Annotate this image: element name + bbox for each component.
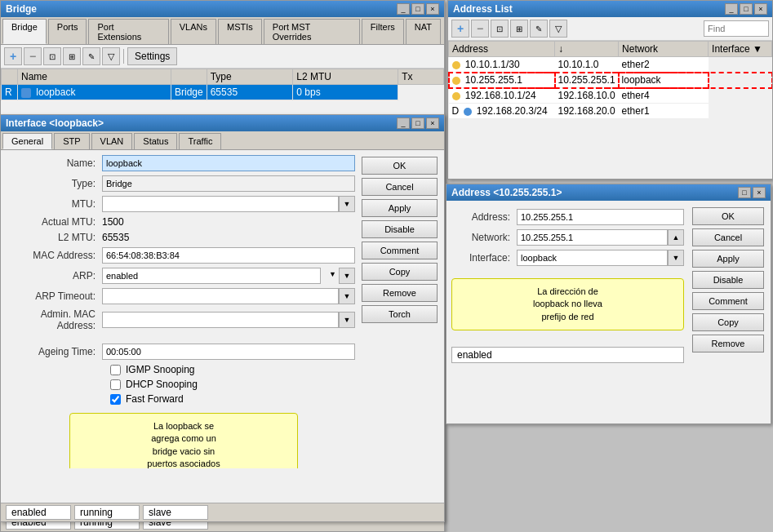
copy-button[interactable]: Copy	[362, 263, 438, 281]
addr-list-close-button[interactable]: ×	[754, 3, 767, 15]
bridge-paste-button[interactable]: ⊞	[63, 47, 81, 65]
tab-ports[interactable]: Ports	[48, 19, 87, 44]
mtu-dropdown-button[interactable]: ▼	[339, 196, 355, 212]
bridge-close-button[interactable]: ×	[426, 3, 439, 15]
table-row[interactable]: D 192.168.20.3/24 192.168.20.0 ether1	[449, 104, 772, 119]
tab-stp[interactable]: STP	[54, 133, 89, 149]
col-name[interactable]: Name	[18, 69, 171, 85]
admin-mac-dropdown-button[interactable]: ▼	[339, 312, 355, 328]
addr-col-interface[interactable]: Interface ▼	[709, 42, 772, 57]
addr-copy-icon-button[interactable]: ⊡	[491, 20, 509, 38]
cancel-button[interactable]: Cancel	[362, 178, 438, 196]
table-row[interactable]: 10.10.1.1/30 10.10.1.0 ether2	[449, 57, 772, 73]
tab-nat[interactable]: NAT	[406, 19, 441, 44]
addr-flag-d: D	[452, 105, 460, 117]
col-tx[interactable]: Tx	[398, 69, 444, 85]
address-list-table: Address ↓ Network Interface ▼ 10.10.1.1/…	[448, 41, 772, 119]
bridge-edit-button[interactable]: ✎	[82, 47, 100, 65]
detail-apply-button[interactable]: Apply	[692, 250, 764, 268]
detail-copy-button[interactable]: Copy	[692, 313, 764, 331]
dhcp-checkbox[interactable]	[110, 379, 121, 390]
detail-network-dropdown-button[interactable]: ▲	[668, 229, 684, 246]
detail-address-input[interactable]	[517, 209, 684, 225]
tab-mstis[interactable]: MSTIs	[218, 19, 262, 44]
bridge-icon	[21, 88, 31, 98]
mac-input[interactable]	[102, 247, 355, 264]
tab-port-extensions[interactable]: Port Extensions	[88, 19, 168, 44]
bridge-title: Bridge	[6, 3, 37, 15]
addr-col-sort[interactable]: ↓	[555, 42, 619, 57]
detail-interface-input[interactable]	[517, 250, 668, 266]
addr-icon-1	[452, 61, 460, 69]
detail-cancel-button[interactable]: Cancel	[692, 228, 764, 246]
bridge-maximize-button[interactable]: □	[411, 3, 424, 15]
detail-form-row-interface: Interface: ▼	[451, 250, 684, 266]
addr-col-network[interactable]: Network	[619, 42, 709, 57]
remove-button[interactable]: Remove	[362, 284, 438, 302]
arp-timeout-input[interactable]	[102, 288, 339, 304]
tab-bridge[interactable]: Bridge	[2, 19, 47, 44]
bridge-add-button[interactable]: +	[4, 47, 22, 65]
addr-remove-button[interactable]: −	[471, 20, 489, 38]
detail-network-input[interactable]	[517, 229, 668, 246]
comment-button[interactable]: Comment	[362, 242, 438, 259]
addr-list-minimize-button[interactable]: _	[725, 3, 738, 15]
addr-detail-maximize-button[interactable]: □	[738, 187, 751, 198]
detail-form-row-address: Address:	[451, 209, 684, 225]
interface-maximize-button[interactable]: □	[411, 117, 424, 129]
tab-traffic[interactable]: Traffic	[179, 133, 221, 149]
table-row-loopback[interactable]: 10.255.255.1 10.255.255.1 loopback	[449, 73, 772, 88]
addr-paste-button[interactable]: ⊞	[510, 20, 528, 38]
interface-title: Interface <loopback>	[6, 117, 104, 129]
bridge-filter-button[interactable]: ▽	[102, 47, 120, 65]
col-l2mtu[interactable]: L2 MTU	[293, 69, 398, 85]
addr-list-maximize-button[interactable]: □	[740, 3, 753, 15]
bridge-copy-button[interactable]: ⊡	[43, 47, 61, 65]
interface-minimize-button[interactable]: _	[397, 117, 410, 129]
addr-find-input[interactable]	[704, 20, 769, 37]
tab-port-mst-overrides[interactable]: Port MST Overrides	[264, 19, 360, 44]
torch-button[interactable]: Torch	[362, 305, 438, 323]
detail-comment-button[interactable]: Comment	[692, 292, 764, 310]
addr-add-button[interactable]: +	[451, 20, 469, 38]
arp-input[interactable]	[102, 268, 321, 284]
tab-filters[interactable]: Filters	[362, 19, 404, 44]
arp-dropdown-button[interactable]: ▼	[339, 268, 355, 284]
table-row[interactable]: 192.168.10.1/24 192.168.10.0 ether4	[449, 88, 772, 104]
bridge-minimize-button[interactable]: _	[397, 3, 410, 15]
detail-interface-dropdown-button[interactable]: ▼	[668, 250, 684, 266]
detail-disable-button[interactable]: Disable	[692, 271, 764, 289]
detail-ok-button[interactable]: OK	[692, 207, 764, 225]
ageing-input[interactable]	[102, 344, 355, 360]
detail-address-label: Address:	[451, 211, 517, 223]
ok-button[interactable]: OK	[362, 157, 438, 175]
name-input[interactable]	[102, 155, 355, 171]
bridge-settings-button[interactable]: Settings	[127, 47, 177, 65]
tab-vlans[interactable]: VLANs	[171, 19, 216, 44]
disable-button[interactable]: Disable	[362, 220, 438, 238]
addr-edit-button[interactable]: ✎	[530, 20, 548, 38]
igmp-checkbox[interactable]	[110, 365, 121, 375]
admin-mac-input[interactable]	[102, 312, 339, 328]
type-input[interactable]	[102, 175, 355, 192]
dhcp-label: DHCP Snooping	[126, 379, 198, 390]
addr-detail-close-button[interactable]: ×	[753, 187, 766, 198]
bridge-remove-button[interactable]: −	[24, 47, 42, 65]
col-type[interactable]: Type	[207, 69, 293, 85]
tab-status[interactable]: Status	[134, 133, 177, 149]
mtu-input[interactable]	[102, 196, 339, 212]
fast-forward-checkbox[interactable]	[110, 394, 121, 405]
interface-close-button[interactable]: ×	[426, 117, 439, 129]
addr-interface-cell-2: loopback	[619, 73, 709, 88]
apply-button[interactable]: Apply	[362, 199, 438, 217]
addr-col-address[interactable]: Address	[449, 42, 555, 57]
iface-status-enabled: enabled	[6, 505, 71, 520]
addr-filter-button[interactable]: ▽	[549, 20, 567, 38]
table-row[interactable]: R loopback Bridge 65535 0 bps	[2, 85, 444, 100]
tab-vlan[interactable]: VLAN	[91, 133, 133, 149]
tab-general[interactable]: General	[2, 133, 52, 149]
arp-timeout-dropdown-button[interactable]: ▼	[339, 288, 355, 304]
form-row-type: Type:	[4, 175, 355, 192]
mtu-label: MTU:	[4, 198, 102, 210]
detail-remove-button[interactable]: Remove	[692, 335, 764, 352]
